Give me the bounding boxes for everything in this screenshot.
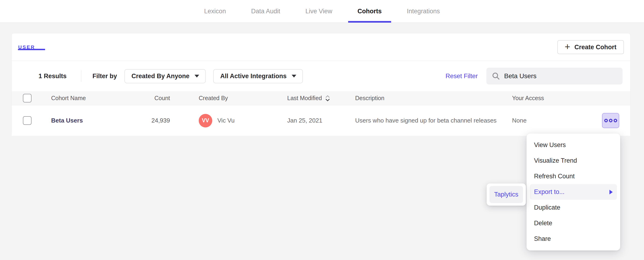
nav-tab-label: Lexicon [204, 8, 226, 15]
tab-user[interactable]: USER [18, 44, 35, 50]
nav-tab-label: Cohorts [358, 8, 382, 15]
menu-item-delete[interactable]: Delete [526, 216, 620, 231]
nav-tab-lexicon[interactable]: Lexicon [204, 0, 226, 23]
divider [81, 70, 81, 82]
row-actions-cell [602, 105, 623, 136]
menu-item-label: Delete [534, 220, 552, 227]
column-header-count[interactable]: Count [128, 91, 170, 105]
column-header-label: Your Access [512, 95, 544, 102]
export-submenu: Taplytics [486, 184, 526, 206]
description-cell: Users who have signed up for beta channe… [355, 105, 509, 136]
nav-tab-label: Live View [306, 8, 332, 15]
ellipsis-dot-icon [604, 119, 608, 122]
menu-item-visualize-trend[interactable]: Visualize Trend [526, 153, 620, 168]
column-header-last-modified[interactable]: Last Modified [287, 91, 352, 105]
avatar: VV [199, 114, 212, 128]
nav-tab-label: Data Audit [251, 8, 280, 15]
create-cohort-button[interactable]: + Create Cohort [557, 40, 624, 54]
last-modified-cell: Jan 25, 2021 [287, 105, 352, 136]
menu-item-view-users[interactable]: View Users [526, 137, 620, 153]
cohort-name-link[interactable]: Beta Users [51, 117, 83, 124]
submenu-item-label: Taplytics [494, 191, 518, 198]
ellipsis-dot-icon [609, 119, 612, 122]
plus-icon: + [565, 42, 570, 51]
filter-bar: 1 Results Filter by Created By Anyone Al… [12, 61, 630, 91]
column-header-label: Last Modified [287, 95, 322, 102]
menu-item-export-to[interactable]: Export to... [530, 184, 617, 200]
row-checkbox[interactable] [23, 116, 32, 125]
integrations-dropdown[interactable]: All Active Integrations [213, 69, 303, 83]
column-header-your-access[interactable]: Your Access [512, 91, 582, 105]
your-access-cell: None [512, 105, 582, 136]
select-all-checkbox[interactable] [23, 94, 32, 102]
column-header-description[interactable]: Description [355, 91, 509, 105]
active-tab-underline [348, 21, 391, 23]
tab-user-underline [18, 49, 45, 50]
search-box[interactable] [486, 68, 622, 84]
column-header-label: Cohort Name [51, 95, 86, 102]
results-count: 1 Results [38, 72, 66, 80]
chevron-down-icon [194, 75, 199, 78]
cohort-name-cell: Beta Users [51, 105, 126, 136]
column-header-label: Created By [199, 95, 228, 102]
search-input[interactable] [504, 72, 617, 80]
column-header-cohort-name[interactable]: Cohort Name [51, 91, 126, 105]
created-by-dropdown[interactable]: Created By Anyone [124, 69, 206, 83]
submenu-arrow-icon [610, 190, 613, 194]
column-header-label: Count [154, 95, 170, 102]
table-header-row: Cohort Name Count Created By Last Modifi… [12, 91, 630, 105]
created-by-dropdown-value: Created By Anyone [132, 72, 189, 80]
integrations-dropdown-value: All Active Integrations [220, 72, 286, 80]
access-value: None [512, 117, 526, 124]
ellipsis-dot-icon [614, 119, 617, 122]
menu-item-duplicate[interactable]: Duplicate [526, 200, 620, 216]
menu-item-share[interactable]: Share [526, 231, 620, 247]
nav-tab-label: Integrations [407, 8, 440, 15]
reset-filter-link[interactable]: Reset Filter [446, 72, 478, 80]
main-nav: Lexicon Data Audit Live View Cohorts Int… [0, 0, 644, 23]
menu-item-label: Refresh Count [534, 173, 575, 180]
creator-name: Vic Vu [218, 117, 235, 124]
card-header: USER + Create Cohort [12, 34, 630, 61]
menu-item-label: Export to... [534, 188, 564, 196]
nav-tab-cohorts[interactable]: Cohorts [358, 0, 382, 23]
row-select-cell [23, 105, 37, 136]
nav-tab-live-view[interactable]: Live View [306, 0, 332, 23]
menu-item-label: Duplicate [534, 204, 560, 211]
search-icon [492, 72, 500, 80]
count-value: 24,939 [151, 117, 170, 124]
filter-by-label: Filter by [92, 72, 117, 80]
select-all-cell [23, 91, 37, 105]
menu-item-label: Visualize Trend [534, 157, 577, 164]
created-by-cell: VV Vic Vu [199, 105, 283, 136]
last-modified-value: Jan 25, 2021 [287, 117, 322, 124]
create-cohort-label: Create Cohort [574, 44, 616, 51]
row-actions-button[interactable] [602, 113, 619, 128]
cohorts-card: USER + Create Cohort 1 Results Filter by… [12, 33, 630, 136]
submenu-item-taplytics[interactable]: Taplytics [490, 186, 523, 203]
top-bar: Lexicon Data Audit Live View Cohorts Int… [0, 0, 644, 23]
sort-icon[interactable] [325, 94, 330, 102]
menu-item-label: Share [534, 235, 551, 242]
table-row: Beta Users 24,939 VV Vic Vu Jan 25, 2021… [12, 105, 630, 136]
count-cell: 24,939 [128, 105, 170, 136]
column-header-label: Description [355, 95, 384, 102]
row-actions-menu: View Users Visualize Trend Refresh Count… [526, 134, 620, 250]
nav-tab-data-audit[interactable]: Data Audit [251, 0, 280, 23]
description-text: Users who have signed up for beta channe… [355, 116, 497, 125]
chevron-down-icon [292, 75, 296, 78]
column-header-created-by[interactable]: Created By [199, 91, 283, 105]
menu-item-refresh-count[interactable]: Refresh Count [526, 168, 620, 184]
nav-tab-integrations[interactable]: Integrations [407, 0, 440, 23]
menu-item-label: View Users [534, 142, 566, 149]
